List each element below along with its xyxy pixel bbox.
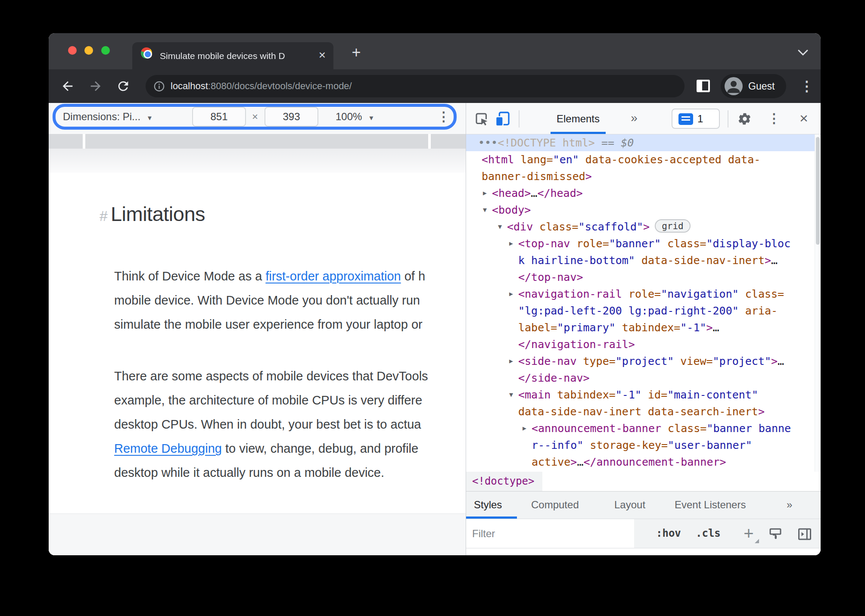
- browser-tab[interactable]: Simulate mobile devices with D ×: [132, 42, 333, 69]
- styles-tab-styles[interactable]: Styles: [474, 492, 502, 519]
- dom-tree-node[interactable]: </side-nav>: [466, 370, 815, 386]
- styles-tab-computed[interactable]: Computed: [531, 492, 579, 519]
- dom-tree-node[interactable]: active>…</announcement-banner>: [466, 454, 815, 470]
- toolbar-separator: [519, 110, 520, 128]
- text-link[interactable]: Remote Debugging: [114, 442, 222, 455]
- dom-tree-node[interactable]: ▼<div class="scaffold">grid: [466, 218, 815, 235]
- code-token: </navigation-rail>: [518, 338, 635, 351]
- dom-tree-node[interactable]: "lg:pad-left-200 lg:pad-right-200" aria-: [466, 302, 815, 319]
- console-drawer-button[interactable]: 1: [672, 109, 720, 129]
- dom-tree-node[interactable]: •••<!DOCTYPE html> == $0: [466, 134, 815, 151]
- browser-menu-icon[interactable]: ⋮: [800, 75, 810, 97]
- inspect-element-icon[interactable]: [474, 111, 489, 128]
- paragraph: There are some aspects of mobile devices…: [114, 364, 428, 485]
- code-token: …: [577, 456, 583, 468]
- paragraph-line: mobile device. With Device Mode you don'…: [114, 288, 425, 312]
- paragraph-line: simulate the mobile user experience from…: [114, 312, 425, 336]
- code-token: >: [643, 221, 650, 233]
- paragraph-line: example, the architecture of mobile CPUs…: [114, 388, 428, 412]
- dom-tree-node[interactable]: r--info" storage-key="user-banner": [466, 437, 815, 454]
- styles-tab-[interactable]: »: [787, 492, 792, 519]
- expand-arrow-closed-icon[interactable]: ▶: [509, 235, 513, 252]
- expand-arrow-open-icon[interactable]: ▼: [483, 202, 487, 218]
- reload-button-icon[interactable]: [116, 79, 131, 93]
- scrollbar-thumb[interactable]: [816, 137, 820, 245]
- dom-tree-node[interactable]: ▶<side-nav type="project" view="project"…: [466, 353, 815, 370]
- console-message-count: 1: [697, 109, 703, 128]
- code-token: class=: [661, 237, 706, 250]
- dom-tree-node[interactable]: ▼<main tabindex="-1" id="main-content": [466, 386, 815, 403]
- devtools-close-icon[interactable]: ×: [794, 103, 813, 134]
- more-panels-button[interactable]: »: [626, 103, 642, 134]
- text-run: mobile device. With Device Mode you don'…: [114, 293, 420, 307]
- side-panel-icon[interactable]: [697, 80, 710, 92]
- paragraph-line: Think of Device Mode as a first-order ap…: [114, 264, 425, 288]
- dom-tree-node[interactable]: label="primary" tabindex="-1">…: [466, 319, 815, 336]
- viewport-height-input[interactable]: [264, 107, 318, 127]
- tab-elements[interactable]: Elements: [544, 103, 613, 134]
- dom-tree-node[interactable]: ▶<head>…</head>: [466, 185, 815, 202]
- site-info-icon[interactable]: [153, 81, 165, 94]
- dock-side-icon[interactable]: [797, 526, 812, 544]
- devtools-toolbar: Elements » 1 ⋮ ×: [466, 103, 821, 134]
- new-tab-button[interactable]: +: [348, 44, 365, 62]
- dom-tree-node[interactable]: ▶<announcement-banner class="banner bann…: [466, 420, 815, 437]
- dom-tree-node[interactable]: k hairline-bottom" data-side-nav-inert>…: [466, 252, 815, 269]
- grid-badge[interactable]: grid: [655, 219, 691, 233]
- device-toolbar-toggle-icon[interactable]: [494, 110, 511, 129]
- new-style-rule-button[interactable]: +: [740, 525, 757, 542]
- styles-filter-input[interactable]: [466, 519, 634, 548]
- zoom-dropdown[interactable]: 100%▼: [336, 103, 374, 131]
- heading-anchor-hash[interactable]: #: [100, 208, 108, 224]
- dimensions-dropdown[interactable]: Dimensions: Pi...▼: [63, 103, 153, 131]
- breadcrumb-doctype[interactable]: <!doctype>: [466, 472, 542, 491]
- dom-tree-node[interactable]: </top-nav>: [466, 269, 815, 286]
- viewport-width-input[interactable]: [192, 107, 246, 127]
- toggle-hover-button[interactable]: :hov: [656, 519, 681, 548]
- back-button-icon[interactable]: [60, 79, 75, 93]
- url-text: localhost:8080/docs/devtools/device-mode…: [171, 75, 352, 97]
- code-token: data-side-nav-inert data-search-inert: [518, 405, 758, 418]
- rendering-brush-icon[interactable]: [768, 526, 783, 544]
- dom-tree-node[interactable]: ▶<navigation-rail role="navigation" clas…: [466, 286, 815, 302]
- dom-tree-node[interactable]: </navigation-rail>: [466, 336, 815, 353]
- dom-tree-node[interactable]: <html lang="en" data-cookies-accepted da…: [466, 151, 815, 168]
- styles-tab-eventlisteners[interactable]: Event Listeners: [675, 492, 746, 519]
- devtools-menu-icon[interactable]: ⋮: [768, 107, 779, 130]
- dom-tree-node[interactable]: banner-dismissed>: [466, 168, 815, 185]
- expand-arrow-closed-icon[interactable]: ▶: [509, 286, 513, 302]
- text-run: example, the architecture of mobile CPUs…: [114, 393, 422, 407]
- expand-arrow-open-icon[interactable]: ▼: [498, 218, 502, 235]
- text-run: desktop CPUs. When in doubt, your best b…: [114, 417, 421, 431]
- text-run: to view, change, debug, and profile: [222, 442, 418, 455]
- code-token: storage-key=: [583, 439, 668, 451]
- styles-tab-layout[interactable]: Layout: [614, 492, 645, 519]
- macos-close-button[interactable]: [68, 46, 77, 55]
- expand-arrow-open-icon[interactable]: ▼: [509, 386, 513, 403]
- chevron-down-icon[interactable]: [797, 49, 809, 58]
- code-token: aria-: [739, 305, 778, 317]
- address-bar[interactable]: localhost:8080/docs/devtools/device-mode…: [146, 75, 685, 97]
- code-token: role=: [629, 288, 661, 300]
- text-link[interactable]: first-order approximation: [265, 269, 401, 283]
- code-token: <side-nav: [518, 355, 583, 367]
- devtools-panel: Elements » 1 ⋮ × •••<!DOCTYPE html> == $…: [466, 103, 821, 555]
- forward-button-icon[interactable]: [88, 79, 103, 93]
- dom-tree-node[interactable]: ▶<top-nav role="banner" class="display-b…: [466, 235, 815, 252]
- ruler-notch: [83, 134, 85, 149]
- macos-fullscreen-button[interactable]: [101, 46, 110, 55]
- dom-tree-node[interactable]: ▼<body>: [466, 202, 815, 218]
- settings-gear-icon[interactable]: [738, 112, 752, 128]
- expand-arrow-closed-icon[interactable]: ▶: [523, 420, 526, 437]
- device-toolbar-menu-icon[interactable]: ⋮: [437, 106, 448, 128]
- expand-arrow-closed-icon[interactable]: ▶: [483, 185, 487, 202]
- code-token: id=: [641, 389, 667, 401]
- toggle-class-button[interactable]: .cls: [696, 519, 721, 548]
- tab-close-icon[interactable]: ×: [315, 42, 330, 69]
- macos-minimize-button[interactable]: [84, 46, 93, 55]
- tree-scrollbar[interactable]: [815, 134, 821, 472]
- expand-arrow-closed-icon[interactable]: ▶: [509, 353, 513, 370]
- code-token: r--info": [532, 439, 583, 451]
- dom-tree-node[interactable]: data-side-nav-inert data-search-inert>: [466, 403, 815, 420]
- profile-chip[interactable]: Guest: [721, 74, 786, 98]
